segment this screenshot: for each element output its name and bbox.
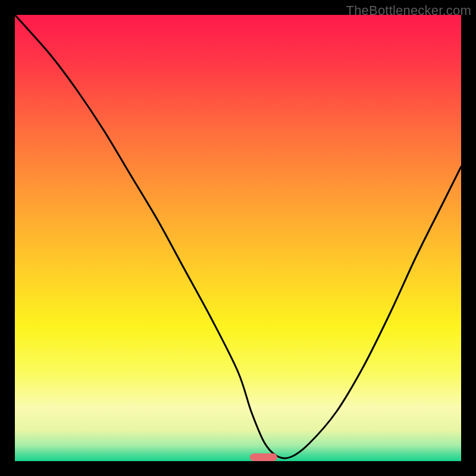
chart-container: TheBottlenecker.com xyxy=(0,0,476,476)
plot-area xyxy=(15,15,461,461)
watermark-label: TheBottlenecker.com xyxy=(346,3,471,18)
optimal-marker-pill xyxy=(250,453,277,461)
bottleneck-curve xyxy=(15,15,461,461)
